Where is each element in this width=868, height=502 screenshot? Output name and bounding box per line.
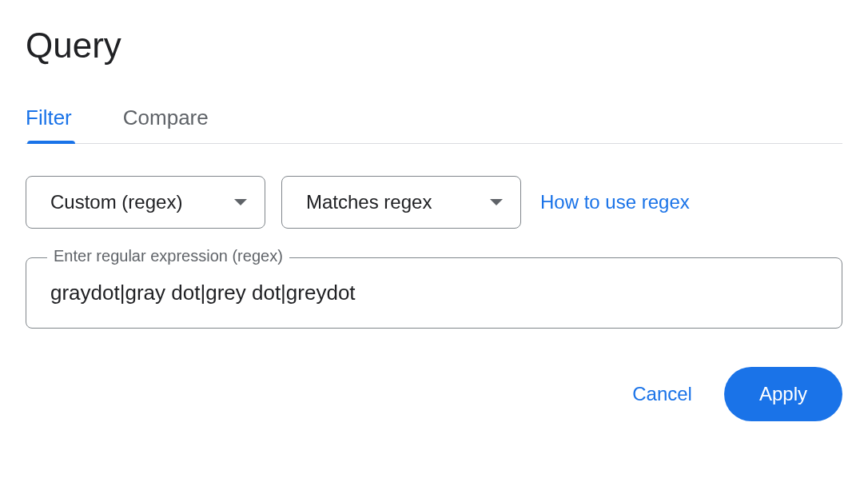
tab-compare[interactable]: Compare [123, 106, 209, 143]
apply-button[interactable]: Apply [724, 367, 842, 421]
dropdown-filter-type[interactable]: Custom (regex) [26, 176, 265, 229]
dropdown-match-mode[interactable]: Matches regex [281, 176, 521, 229]
page-title: Query [26, 26, 842, 66]
regex-field-legend: Enter regular expression (regex) [47, 247, 289, 265]
caret-down-icon [490, 199, 503, 205]
help-link-regex[interactable]: How to use regex [540, 191, 690, 213]
tabs: Filter Compare [26, 106, 842, 144]
regex-input[interactable] [50, 281, 818, 305]
controls-row: Custom (regex) Matches regex How to use … [26, 176, 842, 229]
dropdown-match-mode-label: Matches regex [306, 191, 432, 213]
tab-filter[interactable]: Filter [26, 106, 72, 143]
actions-row: Cancel Apply [26, 367, 842, 421]
cancel-button[interactable]: Cancel [632, 383, 692, 405]
regex-fieldset: Enter regular expression (regex) [26, 257, 842, 329]
dropdown-filter-type-label: Custom (regex) [50, 191, 182, 213]
caret-down-icon [234, 199, 247, 205]
